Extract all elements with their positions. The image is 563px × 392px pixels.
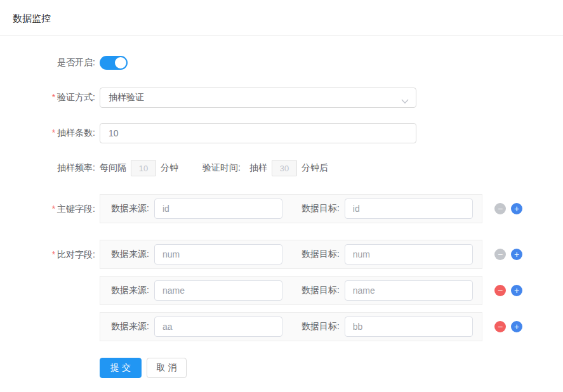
add-row-button[interactable]: + bbox=[511, 203, 522, 214]
primary-field-line-0: 数据来源: 数据目标: − + bbox=[100, 194, 522, 223]
sample-count-label: *抽样条数: bbox=[0, 127, 95, 139]
add-row-button[interactable]: + bbox=[511, 249, 522, 260]
target-label: 数据目标: bbox=[301, 321, 340, 332]
verify-method-value: 抽样验证 bbox=[109, 92, 144, 103]
remove-row-button[interactable]: − bbox=[494, 321, 506, 332]
form-actions: 提 交 取 消 bbox=[0, 358, 563, 378]
frequency-input[interactable] bbox=[131, 160, 156, 176]
frequency-label: 抽样频率: bbox=[0, 162, 95, 174]
toggle-knob bbox=[115, 57, 126, 69]
primary-target-input[interactable] bbox=[345, 199, 473, 219]
source-label: 数据来源: bbox=[111, 249, 149, 260]
compare-source-input-2[interactable] bbox=[154, 317, 282, 337]
verify-time-label: 验证时间: bbox=[202, 162, 241, 174]
target-label: 数据目标: bbox=[301, 285, 340, 296]
verify-time-prefix: 抽样 bbox=[249, 162, 267, 174]
add-row-button[interactable]: + bbox=[511, 321, 522, 332]
remove-row-button[interactable]: − bbox=[494, 249, 506, 260]
compare-field-line-2: 数据来源: 数据目标: − + bbox=[100, 312, 522, 341]
submit-button[interactable]: 提 交 bbox=[100, 358, 142, 378]
primary-source-input[interactable] bbox=[154, 199, 282, 219]
compare-field-line-0: 数据来源: 数据目标: − + bbox=[100, 240, 522, 269]
required-asterisk: * bbox=[52, 92, 55, 102]
field-mapping-panel: 数据来源: 数据目标: bbox=[100, 276, 482, 305]
enable-toggle[interactable] bbox=[100, 56, 128, 70]
verify-time-input[interactable] bbox=[272, 160, 297, 176]
verify-method-select[interactable]: 抽样验证 bbox=[100, 88, 416, 108]
verify-time-unit: 分钟后 bbox=[301, 162, 328, 174]
verify-method-label: *验证方式: bbox=[0, 92, 95, 103]
chevron-down-icon bbox=[401, 96, 409, 106]
compare-target-input-0[interactable] bbox=[345, 244, 473, 265]
page-title: 数据监控 bbox=[13, 13, 550, 25]
compare-field-label: *比对字段: bbox=[0, 240, 95, 269]
required-asterisk: * bbox=[52, 127, 55, 138]
field-mapping-panel: 数据来源: 数据目标: bbox=[100, 194, 482, 223]
sample-count-input[interactable] bbox=[100, 123, 416, 143]
compare-target-input-1[interactable] bbox=[345, 280, 473, 301]
sample-count-row: *抽样条数: bbox=[0, 123, 563, 143]
target-label: 数据目标: bbox=[301, 249, 340, 260]
source-label: 数据来源: bbox=[111, 285, 149, 296]
primary-field-row: *主键字段: 数据来源: 数据目标: − + bbox=[0, 194, 563, 223]
compare-field-row: *比对字段: 数据来源: 数据目标: − + 数据来源: 数据目标: bbox=[0, 240, 563, 341]
verify-method-row: *验证方式: 抽样验证 bbox=[0, 88, 563, 108]
enable-row: 是否开启: bbox=[0, 56, 563, 70]
cancel-button[interactable]: 取 消 bbox=[147, 358, 187, 378]
compare-field-line-1: 数据来源: 数据目标: − + bbox=[100, 276, 522, 305]
add-row-button[interactable]: + bbox=[511, 285, 522, 296]
source-label: 数据来源: bbox=[111, 321, 149, 332]
required-asterisk: * bbox=[52, 204, 55, 214]
page-header: 数据监控 bbox=[0, 0, 563, 36]
primary-field-label: *主键字段: bbox=[0, 194, 95, 223]
enable-label: 是否开启: bbox=[0, 57, 95, 69]
frequency-unit: 分钟 bbox=[161, 162, 178, 174]
frequency-prefix: 每间隔 bbox=[100, 162, 126, 174]
frequency-row: 抽样频率: 每间隔 分钟 验证时间: 抽样 分钟后 bbox=[0, 160, 563, 176]
required-asterisk: * bbox=[52, 249, 55, 259]
compare-source-input-1[interactable] bbox=[154, 280, 282, 301]
source-label: 数据来源: bbox=[111, 203, 149, 214]
compare-target-input-2[interactable] bbox=[345, 317, 473, 337]
field-mapping-panel: 数据来源: 数据目标: bbox=[100, 240, 482, 269]
remove-row-button[interactable]: − bbox=[494, 285, 506, 296]
target-label: 数据目标: bbox=[301, 203, 340, 214]
remove-row-button[interactable]: − bbox=[494, 203, 506, 214]
data-monitor-form: 是否开启: *验证方式: 抽样验证 *抽样条数: 抽样频率: 每间隔 分钟 验证… bbox=[0, 36, 563, 378]
compare-source-input-0[interactable] bbox=[154, 244, 282, 265]
field-mapping-panel: 数据来源: 数据目标: bbox=[100, 312, 482, 341]
